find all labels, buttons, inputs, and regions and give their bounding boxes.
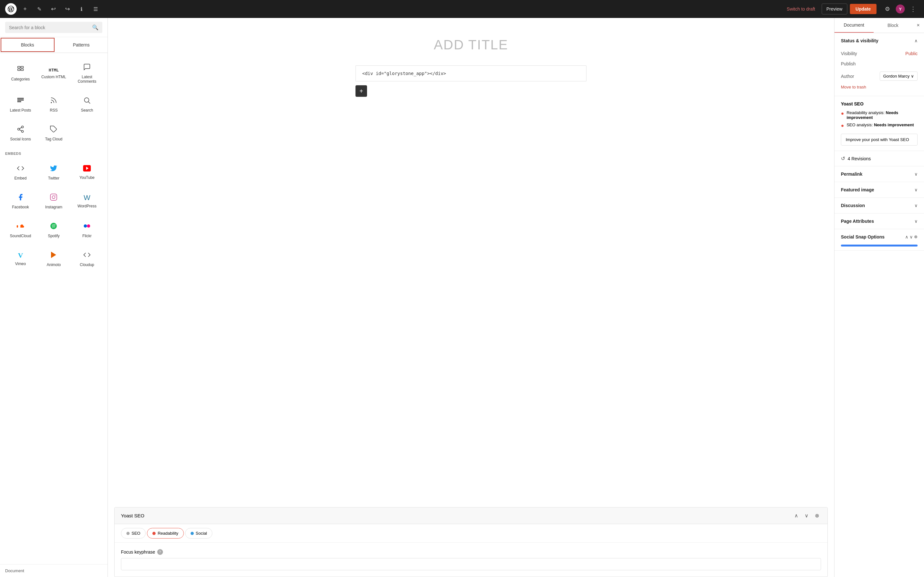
instagram-icon: [50, 193, 57, 202]
facebook-icon: [17, 193, 24, 202]
social-snap-down-icon[interactable]: [909, 234, 913, 239]
sidebar-tab-bar: Blocks Patterns: [0, 37, 107, 53]
block-item-soundcloud[interactable]: SoundCloud: [5, 217, 36, 243]
tab-blocks[interactable]: Blocks: [1, 38, 55, 52]
block-item-instagram[interactable]: Instagram: [39, 188, 69, 214]
yoast-tab-seo[interactable]: SEO: [121, 528, 145, 538]
search-icon[interactable]: 🔍: [92, 24, 99, 31]
add-block-button[interactable]: +: [355, 85, 367, 97]
social-snap-bar: [841, 245, 918, 247]
yoast-panel-collapse-down[interactable]: ∨: [803, 512, 811, 519]
custom-html-icon: HTML: [49, 68, 59, 72]
edit-mode-button[interactable]: ✎: [33, 3, 45, 15]
sidebar-bottom-document[interactable]: Document: [0, 564, 107, 577]
discussion-header[interactable]: Discussion: [835, 198, 924, 213]
block-item-social-icons[interactable]: Social Icons: [5, 120, 36, 147]
block-search-area: 🔍: [0, 18, 107, 37]
publish-label: Publish: [841, 61, 856, 66]
discussion-section: Discussion: [835, 198, 924, 213]
yoast-tab-social[interactable]: Social: [185, 528, 212, 538]
svg-rect-1: [18, 69, 20, 71]
block-item-categories[interactable]: Categories: [5, 58, 36, 89]
add-title-placeholder[interactable]: ADD TITLE: [355, 31, 586, 65]
yoast-icon-button[interactable]: Y: [895, 3, 906, 15]
block-item-spotify[interactable]: Spotify: [39, 217, 69, 243]
switch-to-draft-button[interactable]: Switch to draft: [783, 4, 819, 14]
svg-rect-2: [21, 66, 23, 68]
block-item-twitter[interactable]: Twitter: [39, 159, 69, 185]
vimeo-icon: V: [18, 252, 23, 259]
yoast-seo-right-section: Yoast SEO ● Readability analysis: Needs …: [835, 96, 924, 151]
tab-patterns[interactable]: Patterns: [55, 37, 108, 53]
yoast-seo-tab-label: SEO: [132, 531, 140, 536]
yoast-seo-dot: [126, 532, 129, 535]
seo-dot-icon: ●: [841, 123, 844, 129]
yoast-panel-body: Focus keyphrase ?: [115, 543, 827, 577]
content-area: ADD TITLE <div id="glorystone_app"></div…: [108, 18, 834, 577]
block-label-soundcloud: SoundCloud: [10, 234, 31, 238]
more-options-button[interactable]: ⋮: [907, 4, 919, 14]
permalink-header[interactable]: Permalink: [835, 166, 924, 182]
add-block-topbar-button[interactable]: +: [19, 3, 31, 15]
block-item-youtube[interactable]: YouTube: [71, 159, 102, 185]
update-button[interactable]: Update: [850, 4, 877, 14]
move-to-trash-button[interactable]: Move to trash: [841, 83, 866, 91]
redo-button[interactable]: ↪: [61, 3, 73, 15]
block-label-vimeo: Vimeo: [15, 261, 26, 266]
wp-logo[interactable]: [5, 3, 17, 15]
preview-button[interactable]: Preview: [822, 3, 847, 15]
editor-inner: ADD TITLE <div id="glorystone_app"></div…: [355, 31, 586, 97]
settings-icon-button[interactable]: ⚙: [882, 3, 893, 15]
info-button[interactable]: ℹ: [76, 3, 87, 15]
block-item-facebook[interactable]: Facebook: [5, 188, 36, 214]
block-item-tag-cloud[interactable]: Tag Cloud: [39, 120, 69, 147]
yoast-panel-collapse-up[interactable]: ∧: [792, 512, 800, 519]
help-icon[interactable]: ?: [157, 549, 163, 555]
yoast-badge: Y: [896, 5, 905, 13]
categories-icon: [17, 65, 24, 74]
yoast-social-tab-label: Social: [196, 531, 207, 536]
featured-image-section: Featured image: [835, 182, 924, 198]
block-item-cloudup[interactable]: Cloudup: [71, 246, 102, 272]
block-item-animoto[interactable]: Animoto: [39, 246, 69, 272]
page-attributes-header[interactable]: Page Attributes: [835, 213, 924, 229]
visibility-value[interactable]: Public: [905, 51, 918, 56]
block-item-wordpress[interactable]: W WordPress: [71, 188, 102, 214]
status-section-header[interactable]: Status & visibility: [835, 33, 924, 48]
page-attributes-title: Page Attributes: [841, 219, 874, 224]
code-block[interactable]: <div id="glorystone_app"></div>: [355, 65, 586, 81]
list-view-button[interactable]: ☰: [90, 3, 102, 15]
block-label-flickr: Flickr: [82, 234, 92, 238]
block-item-latest-comments[interactable]: Latest Comments: [71, 58, 102, 89]
undo-button[interactable]: ↩: [47, 3, 59, 15]
block-item-vimeo[interactable]: V Vimeo: [5, 246, 36, 272]
close-sidebar-button[interactable]: ×: [913, 18, 924, 33]
block-item-rss[interactable]: RSS: [39, 91, 69, 118]
right-tab-document[interactable]: Document: [835, 18, 874, 33]
focus-keyphrase-input[interactable]: [121, 558, 821, 570]
author-select[interactable]: Gordon Marcy ∨: [880, 71, 918, 81]
right-tab-block[interactable]: Block: [874, 18, 913, 33]
search-input[interactable]: [9, 25, 89, 30]
block-label-instagram: Instagram: [45, 205, 62, 210]
yoast-panel-controls: ∧ ∨ ⊗: [792, 512, 821, 519]
yoast-tabs: SEO Readability Social: [115, 524, 827, 543]
permalink-section: Permalink: [835, 166, 924, 182]
block-item-search[interactable]: Search: [71, 91, 102, 118]
social-snap-more-icon[interactable]: ⊗: [914, 234, 918, 239]
revisions-row[interactable]: ↺ 4 Revisions: [835, 151, 924, 166]
author-chevron-icon: ∨: [911, 74, 914, 79]
yoast-improve-button[interactable]: Improve your post with Yoast SEO: [841, 134, 918, 145]
yoast-panel-close[interactable]: ⊗: [813, 512, 821, 519]
featured-image-header[interactable]: Featured image: [835, 182, 924, 197]
yoast-readability-dot: [152, 532, 156, 535]
yoast-tab-readability[interactable]: Readability: [147, 528, 184, 538]
social-snap-header[interactable]: Social Snap Options ⊗: [835, 229, 924, 245]
social-snap-up-icon[interactable]: [905, 234, 908, 239]
sidebar-blocks-content: Categories HTML Custom HTML Latest Comme…: [0, 53, 107, 564]
block-item-latest-posts[interactable]: Latest Posts: [5, 91, 36, 118]
block-item-flickr[interactable]: Flickr: [71, 217, 102, 243]
block-item-embed[interactable]: Embed: [5, 159, 36, 185]
block-item-custom-html[interactable]: HTML Custom HTML: [39, 58, 69, 89]
svg-line-14: [19, 127, 21, 129]
